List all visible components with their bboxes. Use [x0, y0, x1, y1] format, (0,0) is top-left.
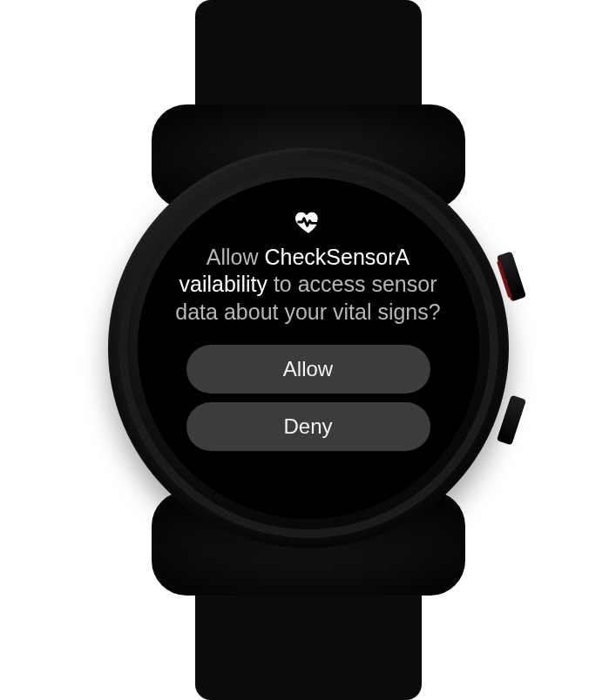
app-name-part1: CheckSensorA	[264, 245, 410, 269]
permission-buttons: Allow Deny	[138, 345, 479, 451]
app-name-part2: vailability	[179, 272, 267, 296]
allow-button[interactable]: Allow	[186, 345, 430, 394]
permission-prompt: Allow CheckSensorA vailability to access…	[138, 244, 479, 326]
watch-screen: Allow CheckSensorA vailability to access…	[138, 178, 479, 519]
prompt-prefix: Allow	[206, 245, 265, 269]
heart-rate-icon	[294, 207, 323, 237]
watch-case: Allow CheckSensorA vailability to access…	[108, 148, 509, 549]
deny-button[interactable]: Deny	[186, 402, 430, 451]
